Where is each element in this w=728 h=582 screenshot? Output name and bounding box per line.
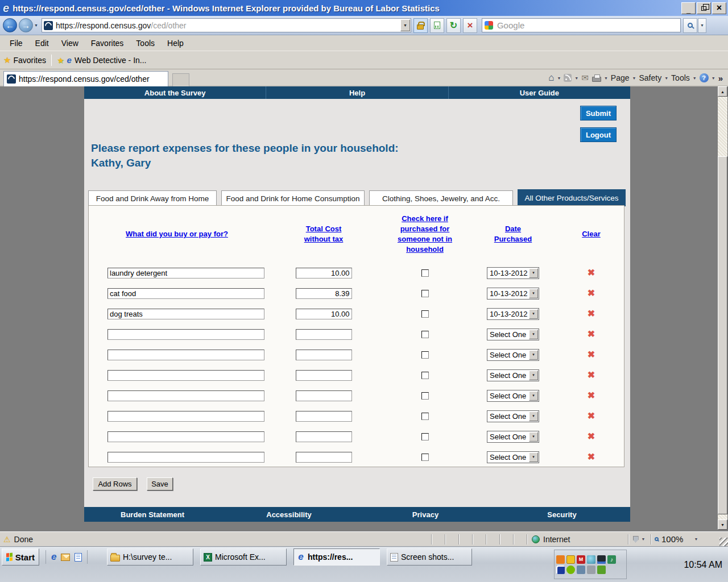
- back-button[interactable]: ←: [3, 18, 17, 32]
- not-in-household-checkbox[interactable]: [421, 433, 429, 440]
- date-purchased-select[interactable]: Select One▼: [487, 390, 539, 402]
- tray-music-icon[interactable]: ♪: [607, 555, 616, 564]
- date-purchased-select[interactable]: Select One▼: [487, 349, 539, 361]
- item-input[interactable]: [107, 350, 264, 360]
- help-icon[interactable]: ?: [700, 73, 709, 82]
- cost-input[interactable]: [296, 390, 352, 401]
- footer-accessibility[interactable]: Accessibility: [221, 507, 357, 522]
- add-rows-button[interactable]: Add Rows: [93, 477, 137, 490]
- home-icon[interactable]: ⌂: [548, 72, 554, 84]
- search-input[interactable]: [493, 20, 678, 30]
- clear-row-button[interactable]: ✖: [588, 289, 595, 298]
- feeds-icon[interactable]: [564, 74, 572, 82]
- safety-menu-button[interactable]: Safety: [639, 73, 661, 82]
- item-input[interactable]: [107, 411, 264, 422]
- history-dropdown-icon[interactable]: ▼: [34, 23, 38, 27]
- tab-food-home[interactable]: Food and Drink for Home Consumption: [221, 190, 365, 206]
- item-input[interactable]: [107, 390, 264, 401]
- item-input[interactable]: [107, 452, 264, 463]
- menu-edit[interactable]: Edit: [29, 36, 55, 50]
- tray-volume-icon[interactable]: [587, 566, 595, 574]
- clear-row-button[interactable]: ✖: [588, 411, 595, 421]
- item-input[interactable]: [107, 329, 264, 340]
- quick-launch-desktop-icon[interactable]: [75, 553, 82, 562]
- address-dropdown-button[interactable]: ▼: [400, 19, 410, 31]
- cost-input[interactable]: [296, 268, 352, 278]
- menu-view[interactable]: View: [55, 36, 85, 50]
- not-in-household-checkbox[interactable]: [421, 269, 429, 277]
- clear-row-button[interactable]: ✖: [588, 432, 595, 441]
- minimize-button[interactable]: _: [681, 2, 696, 14]
- submit-button[interactable]: Submit: [580, 106, 617, 120]
- date-purchased-select[interactable]: Select One▼: [487, 369, 539, 381]
- tray-usb-icon[interactable]: [597, 566, 606, 574]
- tray-monitor-icon[interactable]: [577, 566, 585, 574]
- menu-favorites[interactable]: Favorites: [85, 36, 130, 50]
- compatibility-view-button[interactable]: [430, 18, 444, 33]
- stop-button[interactable]: ×: [463, 18, 477, 33]
- protected-mode-button[interactable]: ▼: [628, 534, 651, 544]
- new-tab-button[interactable]: [172, 73, 189, 86]
- date-purchased-select[interactable]: Select One▼: [487, 431, 539, 443]
- toolbar-overflow-icon[interactable]: »: [718, 73, 723, 83]
- help-dropdown-icon[interactable]: ▼: [712, 76, 715, 80]
- clear-row-button[interactable]: ✖: [588, 350, 595, 359]
- not-in-household-checkbox[interactable]: [421, 331, 429, 338]
- item-input[interactable]: [107, 370, 264, 381]
- page-menu-button[interactable]: Page: [611, 73, 630, 82]
- date-purchased-select[interactable]: 10-13-2012▼: [487, 288, 539, 300]
- cost-input[interactable]: [296, 452, 352, 463]
- vertical-scrollbar[interactable]: ▲ ▼: [718, 86, 727, 530]
- tab-clothing[interactable]: Clothing, Shoes, Jewelry, and Acc.: [369, 190, 513, 206]
- favorites-button[interactable]: Favorites: [13, 56, 46, 65]
- clear-row-button[interactable]: ✖: [588, 309, 595, 318]
- tray-device-icon[interactable]: [597, 555, 606, 564]
- zoom-control[interactable]: 100% ▼: [651, 534, 709, 544]
- footer-privacy[interactable]: Privacy: [357, 507, 494, 522]
- not-in-household-checkbox[interactable]: [421, 454, 429, 461]
- restore-button[interactable]: [697, 2, 711, 14]
- clear-row-button[interactable]: ✖: [588, 371, 595, 380]
- scrollbar-thumb[interactable]: [718, 156, 727, 514]
- item-input[interactable]: [107, 309, 264, 319]
- print-dropdown-icon[interactable]: ▼: [604, 76, 608, 80]
- taskbar-item-screenshots[interactable]: Screen shots...: [387, 548, 472, 566]
- refresh-button[interactable]: ↻: [446, 18, 461, 33]
- not-in-household-checkbox[interactable]: [421, 372, 429, 379]
- browser-tab[interactable]: https://respond.census.gov/ced/other: [3, 71, 168, 86]
- date-purchased-select[interactable]: 10-13-2012▼: [487, 308, 539, 320]
- favorites-link-web-detective[interactable]: Web Detective - In...: [75, 56, 147, 65]
- scroll-down-button[interactable]: ▼: [718, 519, 727, 530]
- close-button[interactable]: ×: [712, 2, 726, 14]
- not-in-household-checkbox[interactable]: [421, 392, 429, 400]
- date-purchased-select[interactable]: 10-13-2012▼: [487, 267, 539, 279]
- clear-row-button[interactable]: ✖: [588, 268, 595, 277]
- taskbar-item-explorer[interactable]: H:\survey te...: [107, 548, 193, 566]
- not-in-household-checkbox[interactable]: [421, 290, 429, 297]
- date-purchased-select[interactable]: Select One▼: [487, 410, 539, 422]
- cost-input[interactable]: [296, 431, 352, 442]
- nav-about-the-survey[interactable]: About the Survey: [84, 86, 266, 99]
- mail-icon[interactable]: ✉: [581, 73, 589, 83]
- header-total-cost[interactable]: Total Cost without tax: [299, 224, 349, 244]
- footer-burden-statement[interactable]: Burden Statement: [84, 507, 221, 522]
- menu-help[interactable]: Help: [161, 36, 190, 50]
- cost-input[interactable]: [296, 411, 352, 422]
- tools-dropdown-icon[interactable]: ▼: [693, 76, 697, 80]
- header-date-purchased[interactable]: Date Purchased: [491, 224, 535, 244]
- tray-nvidia-icon[interactable]: [566, 566, 575, 574]
- tray-network-icon[interactable]: [587, 555, 595, 564]
- add-favorite-icon[interactable]: ★: [57, 56, 64, 65]
- page-dropdown-icon[interactable]: ▼: [632, 76, 636, 80]
- menu-file[interactable]: File: [3, 36, 29, 50]
- cost-input[interactable]: [296, 329, 352, 340]
- cost-input[interactable]: [296, 309, 352, 319]
- cost-input[interactable]: [296, 370, 352, 381]
- resize-grip[interactable]: [719, 538, 728, 546]
- feeds-dropdown-icon[interactable]: ▼: [574, 76, 578, 80]
- tab-all-other-active[interactable]: All Other Products/Services: [518, 189, 626, 206]
- logout-button[interactable]: Logout: [580, 127, 617, 142]
- not-in-household-checkbox[interactable]: [421, 413, 429, 420]
- save-button[interactable]: Save: [147, 477, 173, 490]
- nav-user-guide[interactable]: User Guide: [449, 86, 630, 99]
